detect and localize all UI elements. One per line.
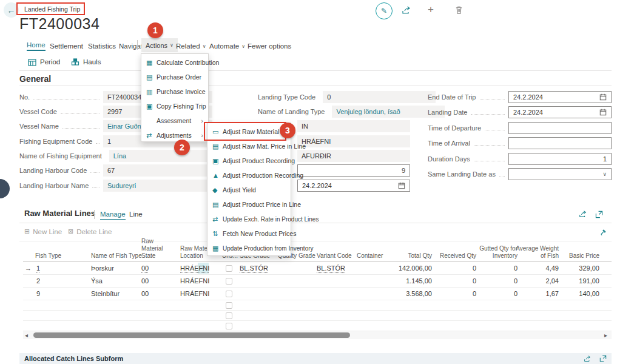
time-of-departure-field[interactable]	[508, 122, 612, 134]
tab-home[interactable]: Home	[27, 40, 46, 52]
submenu-item-adjust-product-price-in-line[interactable]: ▤ Adjust Product Price in Line	[207, 197, 291, 212]
edit-button[interactable]: ✎	[376, 2, 393, 19]
expand-part-button[interactable]	[595, 211, 603, 218]
hauls-button[interactable]: Hauls	[71, 56, 101, 68]
table-row[interactable]: 2 Ýsa 00 HRÁEFNI 1.145,00 0 0 2,04 191,0…	[23, 275, 612, 288]
delete-button[interactable]	[454, 5, 464, 15]
calendar-icon[interactable]	[599, 93, 607, 101]
time-of-arrival-field[interactable]	[508, 137, 612, 149]
menu-related[interactable]: Related∨	[176, 40, 206, 52]
state-cell[interactable]: 00	[141, 275, 149, 287]
total-qty-cell[interactable]: 3.568,00	[406, 288, 432, 300]
tab-settlement[interactable]: Settlement	[50, 40, 83, 52]
unspecified-checkbox[interactable]	[226, 262, 232, 274]
period-button[interactable]: Period	[28, 56, 60, 68]
received-qty-cell[interactable]: 0	[473, 262, 476, 274]
new-button[interactable]: +	[428, 4, 434, 16]
received-qty-cell[interactable]: 0	[473, 288, 476, 300]
scrollbar-thumb[interactable]	[33, 332, 350, 338]
menu-actions[interactable]: Actions ∨	[141, 38, 178, 52]
middle-number-field[interactable]: 9	[297, 164, 410, 177]
received-qty-cell[interactable]: 0	[473, 275, 476, 287]
tab-statistics[interactable]: Statistics	[88, 40, 116, 52]
submenu-item-adjust-production-recording[interactable]: ▲ Adjust Production Recording	[207, 168, 291, 183]
expand-icon[interactable]	[599, 355, 607, 362]
pin-button[interactable]	[599, 228, 607, 236]
location-cell[interactable]: HRÁEFNI	[180, 288, 209, 300]
location-in-field[interactable]: IN	[297, 120, 410, 132]
allocated-catch-lines-subform-header[interactable]: Allocated Catch Lines Subform	[19, 353, 612, 364]
unspecified-checkbox[interactable]	[226, 321, 232, 331]
scroll-right-icon[interactable]: ▸	[604, 332, 607, 339]
menu-item-copy-fishing-trip[interactable]: ▣ Copy Fishing Trip	[141, 99, 208, 113]
fish-name-cell[interactable]: Ýsa	[91, 275, 103, 287]
fish-type-cell[interactable]: 1	[36, 262, 40, 274]
table-row-empty[interactable]	[23, 300, 612, 311]
submenu-item-adjust-yield[interactable]: ◆ Adjust Yield	[207, 183, 291, 197]
tab-line[interactable]: Line	[129, 211, 143, 218]
fish-type-cell[interactable]: 9	[36, 288, 40, 300]
size-grade-cell[interactable]: BL.STÓR	[240, 262, 268, 274]
new-line-button[interactable]: ⊞ New Line	[24, 228, 62, 235]
location-cell[interactable]: HRÁEFNI	[180, 262, 209, 274]
name-of-fishing-equipment-field[interactable]: Lína	[109, 150, 218, 162]
table-row-empty[interactable]	[23, 321, 612, 331]
fish-name-cell[interactable]: Þorskur	[91, 262, 114, 274]
calendar-icon[interactable]	[599, 109, 607, 116]
gutted-qty-cell[interactable]: 0	[514, 275, 518, 287]
share-part-button[interactable]	[579, 210, 587, 218]
basic-price-cell[interactable]: 329,00	[579, 262, 599, 274]
submenu-item-fetch-new-product-prices[interactable]: ⇅ Fetch New Product Prices	[207, 226, 291, 241]
hraefni-field[interactable]: HRÁEFNI	[297, 135, 410, 147]
fish-type-cell[interactable]: 2	[36, 275, 40, 287]
menu-item-assessment[interactable]: Assessment ›	[141, 113, 208, 128]
duration-days-field[interactable]: 1	[508, 153, 612, 165]
avg-weight-cell[interactable]: 1,67	[546, 288, 559, 300]
calculate-contribution-icon: ▦	[146, 59, 157, 67]
table-row[interactable]: → 1 ⋮ Þorskur 00 HRÁEFNI BL.STÓR BL.STÓR…	[23, 262, 612, 275]
submenu-item-update-production-from-inventory[interactable]: ▦ Update Production from Inventory	[207, 241, 291, 255]
submenu-item-adjust-product-recording[interactable]: ▣ Adjust Product Recording	[207, 153, 291, 168]
scroll-left-icon[interactable]: ◂	[25, 332, 28, 339]
unspecified-checkbox[interactable]	[226, 275, 232, 287]
basic-price-cell[interactable]: 191,00	[579, 275, 599, 287]
end-date-of-trip-field[interactable]: 24.2.2024	[508, 91, 612, 103]
table-row[interactable]: 9 Steinbítur 00 HRÁEFNI 3.568,00 0 0 1,6…	[23, 288, 612, 300]
total-qty-cell[interactable]: 1.145,00	[406, 275, 432, 287]
same-landing-date-as-combobox[interactable]: ∨	[508, 168, 612, 180]
gutted-qty-cell[interactable]: 0	[514, 262, 518, 274]
unspecified-checkbox[interactable]	[226, 300, 232, 310]
submenu-item-adjust-raw-mat-price-in-line[interactable]: ▤ Adjust Raw Mat. Price in Line	[207, 139, 291, 153]
delete-line-button[interactable]: ⊠ Delete Line	[68, 228, 112, 235]
menu-automate[interactable]: Automate∨	[209, 40, 245, 52]
landing-type-code-field[interactable]: 0	[323, 91, 436, 103]
gutted-qty-cell[interactable]: 0	[514, 288, 518, 300]
menu-item-adjustments[interactable]: ⇄ Adjustments ›	[141, 128, 208, 143]
menu-item-purchase-invoice[interactable]: ▥ Purchase Invoice	[141, 84, 208, 99]
calendar-icon[interactable]	[398, 182, 405, 189]
tab-manage[interactable]: Manage	[100, 211, 126, 218]
state-cell[interactable]: 00	[141, 288, 149, 300]
avg-weight-cell[interactable]: 2,04	[546, 275, 559, 287]
landing-harbour-code-field[interactable]: 67	[103, 164, 212, 177]
afurdir-field[interactable]: AFURÐIR	[297, 150, 410, 162]
unspecified-checkbox[interactable]	[226, 311, 232, 320]
location-cell[interactable]: HRÁEFNI	[180, 275, 209, 287]
submenu-item-update-exch-rate-in-product-lines[interactable]: ⇄ Update Exch. Rate in Product Lines	[207, 212, 291, 226]
share-button[interactable]	[402, 5, 411, 15]
menu-item-calculate-contribution[interactable]: ▦ Calculate Contribution	[141, 55, 208, 70]
unspecified-checkbox[interactable]	[226, 288, 232, 300]
fewer-options-button[interactable]: Fewer options	[248, 40, 291, 52]
menu-item-purchase-order[interactable]: ▤ Purchase Order	[141, 70, 208, 84]
state-cell[interactable]: 00	[141, 262, 149, 274]
table-row-empty[interactable]	[23, 311, 612, 321]
basic-price-cell[interactable]: 140,00	[579, 288, 599, 300]
variant-code-cell[interactable]: BL.STÓR	[317, 262, 345, 274]
fish-name-cell[interactable]: Steinbítur	[91, 288, 120, 300]
landing-harbour-name-field[interactable]: Sudureyri	[103, 180, 212, 192]
total-qty-cell[interactable]: 142.006,00	[399, 262, 432, 274]
landing-date-field[interactable]: 24.2.2024	[508, 106, 612, 118]
share-icon[interactable]	[584, 355, 592, 363]
middle-date-field[interactable]: 24.2.2024	[297, 180, 410, 192]
avg-weight-cell[interactable]: 4,49	[546, 262, 559, 274]
